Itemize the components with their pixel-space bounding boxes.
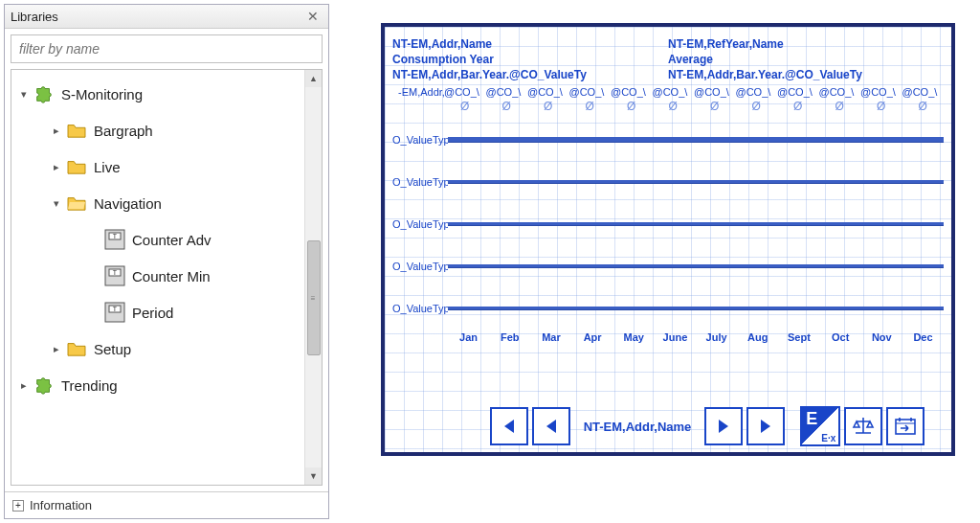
- puzzle-icon: [31, 375, 57, 396]
- col-label: @CO_\: [444, 86, 486, 98]
- col-label: @CO_\: [694, 86, 736, 98]
- tree-label: Setup: [90, 341, 131, 357]
- y-label: O_ValueType: [392, 134, 448, 146]
- tree-label: Trending: [57, 377, 118, 394]
- tree-label: Bargraph: [90, 123, 153, 139]
- month-label: Feb: [489, 331, 530, 343]
- scroll-up-icon[interactable]: ▲: [305, 70, 322, 87]
- series-row: O_ValueType: [392, 119, 944, 161]
- col-label: @CO_\: [653, 86, 695, 98]
- svg-text:T: T: [113, 269, 118, 276]
- series-row: O_ValueType: [392, 203, 944, 245]
- month-label: Apr: [572, 331, 613, 343]
- tree-node-s-monitoring[interactable]: ▾ S-Monitoring: [11, 76, 304, 112]
- null-marker-icon: Ø: [653, 100, 695, 113]
- col-label: @CO_\: [819, 86, 861, 98]
- series-area: O_ValueType O_ValueType O_ValueType O_Va…: [392, 119, 944, 330]
- y-label: O_ValueTyp: [392, 303, 448, 314]
- ex-sub: E·x: [821, 433, 838, 444]
- null-marker-icon: Ø: [736, 100, 778, 113]
- hdr-average: Average: [668, 52, 944, 67]
- next-fast-button[interactable]: [746, 407, 785, 445]
- col-label: @CO_\: [569, 86, 612, 98]
- col-label: @CO_\: [860, 86, 902, 98]
- hdr-addr-name: NT-EM,Addr,Name: [392, 36, 668, 52]
- nav-label: NT-EM,Addr,Name: [574, 420, 702, 434]
- folder-icon: [63, 122, 90, 139]
- caret-right-icon[interactable]: ▸: [50, 343, 63, 355]
- col-label: @CO_\: [611, 86, 653, 98]
- nav-toolbar: NT-EM,Addr,Name E E·x: [385, 406, 951, 446]
- tree-node-trending[interactable]: ▸ Trending: [11, 367, 304, 403]
- null-marker-icon: Ø: [444, 100, 486, 113]
- scroll-down-icon[interactable]: ▼: [305, 467, 322, 485]
- hdr-consumption-year: Consumption Year: [392, 52, 668, 67]
- folder-icon: [63, 340, 90, 357]
- null-markers-row: Ø Ø Ø Ø Ø Ø Ø Ø Ø Ø Ø Ø: [392, 100, 944, 113]
- scroll-thumb[interactable]: ≡: [307, 240, 321, 355]
- col-label: @CO_\: [777, 86, 819, 98]
- footer-label: Information: [30, 498, 92, 512]
- y-label: O_ValueTyp: [392, 261, 448, 272]
- svg-rect-13: [896, 420, 915, 434]
- prev-button[interactable]: [532, 407, 570, 445]
- filter-wrap: [5, 29, 328, 69]
- tree-label: Live: [90, 159, 121, 175]
- puzzle-icon: [31, 83, 57, 104]
- caret-right-icon[interactable]: ▸: [50, 161, 63, 173]
- filter-input[interactable]: [11, 34, 323, 63]
- caret-right-icon[interactable]: ▸: [50, 125, 63, 137]
- month-label: Nov: [861, 331, 902, 343]
- chart-header: NT-EM,Addr,Name NT-EM,RefYear,Name Consu…: [392, 36, 944, 82]
- export-ex-button[interactable]: E E·x: [800, 406, 840, 446]
- series-row: O_ValueTyp: [392, 287, 944, 330]
- folder-open-icon: [63, 194, 90, 212]
- hdr-bar-year-1: NT-EM,Addr,Bar.Year.@CO_ValueTy: [392, 67, 668, 82]
- series-bar: [448, 137, 944, 143]
- series-bar: [448, 180, 944, 184]
- month-label: July: [696, 331, 737, 343]
- month-label: Mar: [530, 331, 571, 343]
- template-icon: T: [101, 265, 128, 286]
- tree-label: Counter Min: [128, 268, 211, 284]
- panel-footer[interactable]: + Information: [5, 491, 328, 518]
- month-label: Aug: [737, 331, 778, 343]
- tree-label: Counter Adv: [128, 232, 212, 248]
- month-axis: Jan Feb Mar Apr May June July Aug Sept O…: [392, 331, 944, 343]
- svg-marker-11: [719, 420, 728, 433]
- prev-fast-button[interactable]: [490, 407, 528, 445]
- calendar-go-button[interactable]: [886, 407, 924, 445]
- series-row: O_ValueType: [392, 161, 944, 203]
- close-icon[interactable]: ✕: [303, 9, 323, 24]
- tree-leaf-counter-min[interactable]: ▸ T Counter Min: [11, 258, 304, 294]
- tree-scrollbar[interactable]: ▲ ≡ ▼: [304, 70, 322, 485]
- expand-icon[interactable]: +: [12, 500, 24, 512]
- caret-down-icon[interactable]: ▾: [50, 197, 63, 210]
- caret-down-icon[interactable]: ▾: [17, 88, 31, 101]
- tree-leaf-period[interactable]: ▸ T Period: [11, 294, 304, 330]
- col-label: @CO_\: [736, 86, 778, 98]
- null-marker-icon: Ø: [860, 100, 902, 113]
- col-label: @CO_\: [902, 86, 945, 98]
- month-label: Jan: [448, 331, 489, 343]
- tree-node-setup[interactable]: ▸ Setup: [11, 330, 304, 367]
- balance-button[interactable]: [844, 407, 882, 445]
- panel-header: Libraries ✕: [5, 5, 328, 29]
- null-marker-icon: Ø: [777, 100, 819, 113]
- bargraph-canvas: NT-EM,Addr,Name NT-EM,RefYear,Name Consu…: [381, 23, 955, 456]
- folder-icon: [63, 158, 90, 175]
- libraries-panel: Libraries ✕ ▾ S-Monitoring ▸ Bargraph: [4, 4, 329, 519]
- col-label: @CO_\: [527, 86, 569, 98]
- y-label: O_ValueType: [392, 176, 448, 188]
- svg-marker-9: [504, 420, 514, 433]
- tree-node-navigation[interactable]: ▾ Navigation: [11, 185, 304, 221]
- tree-wrap: ▾ S-Monitoring ▸ Bargraph ▸ Live: [11, 69, 323, 486]
- series-bar: [448, 222, 944, 226]
- month-label: Sept: [778, 331, 819, 343]
- tree-leaf-counter-adv[interactable]: ▸ T Counter Adv: [11, 221, 304, 258]
- null-marker-icon: Ø: [527, 100, 569, 113]
- tree-node-live[interactable]: ▸ Live: [11, 148, 304, 185]
- caret-right-icon[interactable]: ▸: [17, 379, 31, 392]
- tree-node-bargraph[interactable]: ▸ Bargraph: [11, 112, 304, 148]
- next-button[interactable]: [704, 407, 743, 445]
